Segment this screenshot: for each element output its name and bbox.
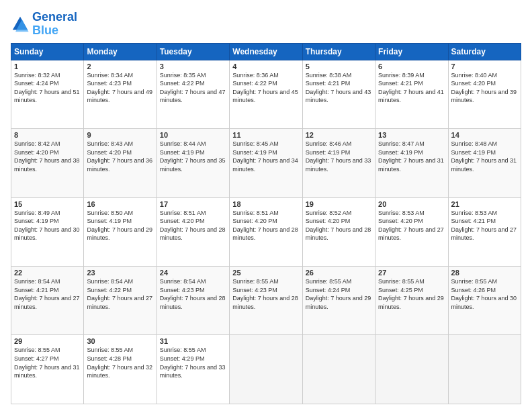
calendar-day-cell: 13 Sunrise: 8:47 AMSunset: 4:19 PMDaylig… <box>375 129 448 197</box>
calendar-day-cell <box>230 335 302 404</box>
day-number: 17 <box>160 200 226 208</box>
day-info: Sunrise: 8:48 AMSunset: 4:19 PMDaylight:… <box>451 140 518 173</box>
day-info: Sunrise: 8:44 AMSunset: 4:19 PMDaylight:… <box>160 140 226 173</box>
calendar-day-header: Friday <box>375 43 448 60</box>
day-info: Sunrise: 8:45 AMSunset: 4:19 PMDaylight:… <box>232 140 299 173</box>
day-number: 13 <box>378 131 445 139</box>
calendar-day-cell: 10 Sunrise: 8:44 AMSunset: 4:19 PMDaylig… <box>157 129 229 197</box>
calendar-week-row: 22 Sunrise: 8:54 AMSunset: 4:21 PMDaylig… <box>11 267 521 335</box>
day-info: Sunrise: 8:54 AMSunset: 4:21 PMDaylight:… <box>14 277 81 311</box>
calendar-day-cell: 15 Sunrise: 8:49 AMSunset: 4:19 PMDaylig… <box>11 197 84 266</box>
day-info: Sunrise: 8:36 AMSunset: 4:22 PMDaylight:… <box>232 71 299 105</box>
calendar-day-header: Sunday <box>11 43 84 60</box>
day-number: 6 <box>378 62 445 71</box>
day-number: 14 <box>451 131 518 139</box>
calendar-day-cell: 26 Sunrise: 8:55 AMSunset: 4:24 PMDaylig… <box>302 267 375 335</box>
calendar-day-cell: 27 Sunrise: 8:55 AMSunset: 4:25 PMDaylig… <box>375 267 448 335</box>
calendar-day-cell: 4 Sunrise: 8:36 AMSunset: 4:22 PMDayligh… <box>230 60 302 128</box>
day-number: 24 <box>160 269 226 277</box>
day-number: 7 <box>451 62 518 71</box>
calendar-day-cell: 31 Sunrise: 8:55 AMSunset: 4:29 PMDaylig… <box>157 335 229 404</box>
day-number: 9 <box>87 131 153 139</box>
day-info: Sunrise: 8:55 AMSunset: 4:26 PMDaylight:… <box>451 277 518 311</box>
calendar-day-cell: 14 Sunrise: 8:48 AMSunset: 4:19 PMDaylig… <box>448 129 521 197</box>
day-number: 5 <box>306 62 372 71</box>
calendar-day-header: Thursday <box>302 43 375 60</box>
calendar-day-cell: 9 Sunrise: 8:43 AMSunset: 4:20 PMDayligh… <box>84 129 157 197</box>
day-number: 29 <box>14 337 81 345</box>
day-info: Sunrise: 8:52 AMSunset: 4:20 PMDaylight:… <box>306 209 372 242</box>
day-info: Sunrise: 8:53 AMSunset: 4:21 PMDaylight:… <box>451 209 518 242</box>
calendar-day-cell: 7 Sunrise: 8:40 AMSunset: 4:20 PMDayligh… <box>448 60 521 128</box>
day-info: Sunrise: 8:55 AMSunset: 4:24 PMDaylight:… <box>306 277 372 311</box>
day-number: 30 <box>87 337 153 345</box>
day-info: Sunrise: 8:42 AMSunset: 4:20 PMDaylight:… <box>14 140 81 173</box>
header: GeneralBlue <box>11 11 521 38</box>
day-number: 4 <box>232 62 299 71</box>
day-number: 20 <box>378 200 445 208</box>
calendar-day-cell: 28 Sunrise: 8:55 AMSunset: 4:26 PMDaylig… <box>448 267 521 335</box>
day-number: 2 <box>87 62 153 71</box>
day-number: 25 <box>232 269 299 277</box>
day-number: 28 <box>451 269 518 277</box>
calendar-day-cell: 16 Sunrise: 8:50 AMSunset: 4:19 PMDaylig… <box>84 197 157 266</box>
calendar-week-row: 1 Sunrise: 8:32 AMSunset: 4:24 PMDayligh… <box>11 60 521 128</box>
calendar-week-row: 8 Sunrise: 8:42 AMSunset: 4:20 PMDayligh… <box>11 129 521 197</box>
day-number: 3 <box>160 62 226 71</box>
day-number: 12 <box>306 131 372 139</box>
day-number: 18 <box>232 200 299 208</box>
day-info: Sunrise: 8:55 AMSunset: 4:27 PMDaylight:… <box>14 346 81 379</box>
calendar-day-cell: 29 Sunrise: 8:55 AMSunset: 4:27 PMDaylig… <box>11 335 84 404</box>
calendar-day-header: Tuesday <box>157 43 229 60</box>
day-info: Sunrise: 8:47 AMSunset: 4:19 PMDaylight:… <box>378 140 445 173</box>
day-number: 23 <box>87 269 153 277</box>
calendar-day-cell: 6 Sunrise: 8:39 AMSunset: 4:21 PMDayligh… <box>375 60 448 128</box>
calendar-day-cell: 2 Sunrise: 8:34 AMSunset: 4:23 PMDayligh… <box>84 60 157 128</box>
calendar-day-cell: 12 Sunrise: 8:46 AMSunset: 4:19 PMDaylig… <box>302 129 375 197</box>
day-info: Sunrise: 8:53 AMSunset: 4:20 PMDaylight:… <box>378 209 445 242</box>
logo-text: GeneralBlue <box>32 11 77 38</box>
day-info: Sunrise: 8:38 AMSunset: 4:21 PMDaylight:… <box>306 71 372 105</box>
day-info: Sunrise: 8:49 AMSunset: 4:19 PMDaylight:… <box>14 209 81 242</box>
day-number: 11 <box>232 131 299 139</box>
calendar-day-cell <box>302 335 375 404</box>
day-number: 16 <box>87 200 153 208</box>
day-info: Sunrise: 8:32 AMSunset: 4:24 PMDaylight:… <box>14 71 81 105</box>
day-info: Sunrise: 8:55 AMSunset: 4:23 PMDaylight:… <box>232 277 299 311</box>
calendar-day-cell: 24 Sunrise: 8:54 AMSunset: 4:23 PMDaylig… <box>157 267 229 335</box>
day-info: Sunrise: 8:46 AMSunset: 4:19 PMDaylight:… <box>306 140 372 173</box>
calendar-day-cell: 20 Sunrise: 8:53 AMSunset: 4:20 PMDaylig… <box>375 197 448 266</box>
calendar-day-cell: 11 Sunrise: 8:45 AMSunset: 4:19 PMDaylig… <box>230 129 302 197</box>
day-info: Sunrise: 8:40 AMSunset: 4:20 PMDaylight:… <box>451 71 518 105</box>
day-number: 31 <box>160 337 226 345</box>
day-number: 15 <box>14 200 81 208</box>
calendar-table: SundayMondayTuesdayWednesdayThursdayFrid… <box>11 43 521 404</box>
calendar-day-cell: 5 Sunrise: 8:38 AMSunset: 4:21 PMDayligh… <box>302 60 375 128</box>
day-info: Sunrise: 8:54 AMSunset: 4:23 PMDaylight:… <box>160 277 226 311</box>
calendar-day-cell: 1 Sunrise: 8:32 AMSunset: 4:24 PMDayligh… <box>11 60 84 128</box>
day-info: Sunrise: 8:55 AMSunset: 4:25 PMDaylight:… <box>378 277 445 311</box>
day-number: 27 <box>378 269 445 277</box>
logo-icon <box>11 15 30 34</box>
calendar-day-cell <box>375 335 448 404</box>
calendar-week-row: 15 Sunrise: 8:49 AMSunset: 4:19 PMDaylig… <box>11 197 521 266</box>
calendar-day-cell <box>448 335 521 404</box>
day-number: 10 <box>160 131 226 139</box>
day-info: Sunrise: 8:35 AMSunset: 4:22 PMDaylight:… <box>160 71 226 105</box>
calendar-day-header: Wednesday <box>230 43 302 60</box>
day-number: 22 <box>14 269 81 277</box>
calendar-day-header: Saturday <box>448 43 521 60</box>
page: GeneralBlue SundayMondayTuesdayWednesday… <box>0 0 532 411</box>
calendar-day-cell: 17 Sunrise: 8:51 AMSunset: 4:20 PMDaylig… <box>157 197 229 266</box>
day-info: Sunrise: 8:54 AMSunset: 4:22 PMDaylight:… <box>87 277 153 311</box>
calendar-day-cell: 22 Sunrise: 8:54 AMSunset: 4:21 PMDaylig… <box>11 267 84 335</box>
calendar-day-cell: 23 Sunrise: 8:54 AMSunset: 4:22 PMDaylig… <box>84 267 157 335</box>
day-info: Sunrise: 8:34 AMSunset: 4:23 PMDaylight:… <box>87 71 153 105</box>
day-info: Sunrise: 8:55 AMSunset: 4:29 PMDaylight:… <box>160 346 226 379</box>
calendar-week-row: 29 Sunrise: 8:55 AMSunset: 4:27 PMDaylig… <box>11 335 521 404</box>
calendar-header-row: SundayMondayTuesdayWednesdayThursdayFrid… <box>11 43 521 60</box>
day-number: 19 <box>306 200 372 208</box>
day-info: Sunrise: 8:43 AMSunset: 4:20 PMDaylight:… <box>87 140 153 173</box>
day-number: 26 <box>306 269 372 277</box>
calendar-day-cell: 25 Sunrise: 8:55 AMSunset: 4:23 PMDaylig… <box>230 267 302 335</box>
